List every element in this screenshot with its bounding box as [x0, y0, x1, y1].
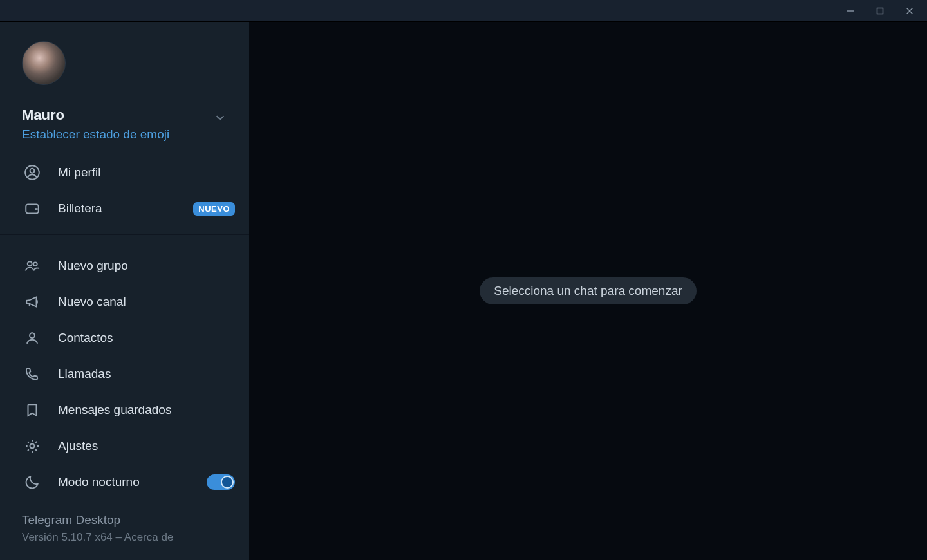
menu-item-settings[interactable]: Ajustes: [0, 428, 249, 464]
menu-label: Llamadas: [58, 367, 235, 381]
window-titlebar: [0, 0, 927, 22]
group-icon: [23, 257, 41, 275]
version-line: Versión 5.10.7 x64 – Acerca de: [22, 531, 227, 544]
window-close-button[interactable]: [895, 0, 924, 22]
megaphone-icon: [23, 293, 41, 311]
menu-list-secondary: Nuevo grupo Nuevo canal Contactos: [0, 244, 249, 504]
window-minimize-button[interactable]: [836, 0, 865, 22]
menu-label: Billetera: [58, 201, 193, 216]
svg-point-5: [30, 169, 35, 173]
svg-point-9: [33, 262, 37, 266]
version-text: Versión 5.10.7 x64 –: [22, 531, 124, 543]
svg-rect-1: [877, 8, 883, 14]
menu-item-wallet[interactable]: Billetera NUEVO: [0, 191, 249, 227]
profile-section: Mauro Establecer estado de emoji: [0, 22, 249, 151]
night-mode-toggle[interactable]: [207, 474, 235, 490]
svg-point-7: [35, 208, 37, 210]
menu-item-night-mode[interactable]: Modo nocturno: [0, 464, 249, 500]
menu-label: Mi perfil: [58, 165, 235, 180]
menu-item-saved-messages[interactable]: Mensajes guardados: [0, 392, 249, 428]
badge-new: NUEVO: [193, 202, 235, 216]
accounts-chevron-down-icon[interactable]: [213, 111, 227, 127]
bookmark-icon: [23, 401, 41, 419]
sidebar-footer: Telegram Desktop Versión 5.10.7 x64 – Ac…: [0, 504, 249, 560]
menu-label: Contactos: [58, 331, 235, 345]
menu-item-profile[interactable]: Mi perfil: [0, 154, 249, 191]
app-name-label: Telegram Desktop: [22, 513, 227, 527]
about-link[interactable]: Acerca de: [124, 531, 174, 543]
chat-area: Selecciona un chat para comenzar: [249, 22, 927, 560]
menu-item-new-group[interactable]: Nuevo grupo: [0, 248, 249, 284]
svg-point-8: [28, 261, 32, 266]
menu-label: Nuevo canal: [58, 295, 235, 309]
menu-label: Ajustes: [58, 439, 235, 453]
menu-item-new-channel[interactable]: Nuevo canal: [0, 284, 249, 320]
sidebar-scroll[interactable]: Mauro Establecer estado de emoji Mi perf…: [0, 22, 249, 560]
user-name: Mauro: [22, 107, 169, 124]
menu-item-calls[interactable]: Llamadas: [0, 356, 249, 392]
menu-label: Mensajes guardados: [58, 403, 235, 417]
person-icon: [23, 329, 41, 347]
profile-icon: [23, 163, 41, 182]
menu-label: Modo nocturno: [58, 475, 207, 489]
sidebar-menu: Mauro Establecer estado de emoji Mi perf…: [0, 22, 249, 560]
app-root: Mauro Establecer estado de emoji Mi perf…: [0, 22, 927, 560]
menu-list-primary: Mi perfil Billetera NUEVO: [0, 151, 249, 230]
svg-point-10: [30, 333, 35, 338]
menu-label: Nuevo grupo: [58, 259, 235, 273]
wallet-icon: [23, 200, 41, 218]
svg-point-11: [30, 444, 35, 449]
menu-divider: [0, 234, 249, 235]
select-chat-placeholder: Selecciona un chat para comenzar: [480, 277, 697, 304]
avatar[interactable]: [22, 41, 66, 85]
moon-icon: [23, 473, 41, 491]
phone-icon: [23, 365, 41, 383]
menu-item-contacts[interactable]: Contactos: [0, 320, 249, 356]
set-emoji-status-link[interactable]: Establecer estado de emoji: [22, 127, 169, 142]
window-maximize-button[interactable]: [865, 0, 895, 22]
gear-icon: [23, 437, 41, 455]
